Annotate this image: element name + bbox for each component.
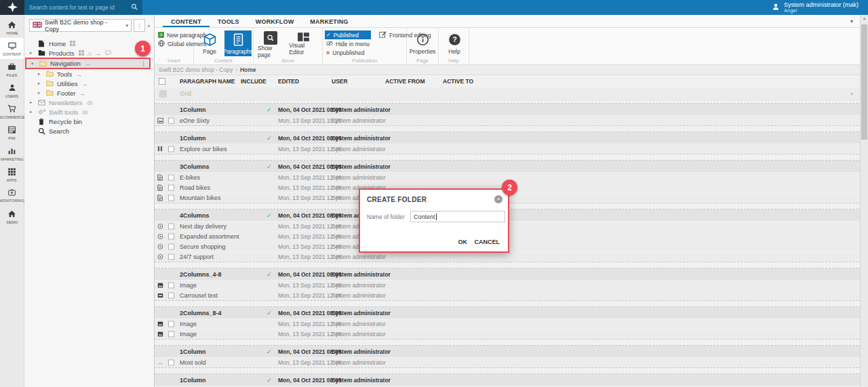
expand-arrow-icon[interactable]: ▾ (31, 61, 39, 66)
chevron-down-icon[interactable]: ▾ (850, 91, 853, 97)
header-active-from[interactable]: ACTIVE FROM (385, 78, 425, 85)
scrollbar-thumb[interactable] (861, 24, 867, 140)
tab-content[interactable]: CONTENT (163, 16, 210, 27)
expand-arrow-icon[interactable]: ▸ (38, 90, 46, 96)
paragraph-row[interactable]: 24/7 supportMon, 13 Sep 2021 12:48System… (155, 252, 868, 262)
tree-item-search[interactable]: Search (24, 126, 154, 136)
paragraph-group-header[interactable]: 2Columns_8-4✓Mon, 04 Oct 2021 08:05Syste… (155, 307, 868, 319)
row-checkbox[interactable] (168, 118, 174, 124)
user-menu[interactable]: System administrator (mak) Angel (772, 0, 868, 15)
sidebar-item-users[interactable]: USERS (0, 80, 24, 101)
paragraph-row[interactable]: Carrousel textMon, 13 Sep 2021 12:48Syst… (155, 291, 868, 300)
header-paragraph-name[interactable]: PARAGRAPH NAME (180, 78, 235, 85)
sidebar-item-pim[interactable]: PIM (0, 122, 24, 143)
tab-workflow[interactable]: WORKFLOW (248, 16, 302, 27)
sidebar-item-content[interactable]: CONTENT (0, 38, 24, 59)
row-checkbox[interactable] (168, 146, 174, 152)
tree-item-navigation[interactable]: ▾Navigation↔⋮ (25, 58, 151, 69)
row-checkbox[interactable] (168, 234, 174, 240)
breadcrumb-site[interactable]: Swift B2C demo shop - Copy (159, 66, 233, 73)
grid-row[interactable]: Grid ▾ (155, 87, 868, 100)
sidebar-item-home[interactable]: HOME (0, 17, 24, 38)
page-button[interactable]: Page (196, 30, 223, 56)
paragraph-row[interactable]: Secure shoppingMon, 13 Sep 2021 12:48Sys… (155, 242, 868, 251)
row-checkbox[interactable] (168, 175, 174, 181)
search-icon[interactable] (131, 3, 138, 12)
sidebar-item-marketing[interactable]: MARKETING (0, 143, 24, 164)
scroll-up-arrow[interactable]: ▲ (861, 16, 868, 20)
header-edited[interactable]: EDITED (278, 78, 299, 85)
row-checkbox[interactable] (168, 185, 174, 191)
paragraph-group-header[interactable]: 1Column✓Mon, 04 Oct 2021 08:05System adm… (155, 132, 868, 144)
select-all-checkbox[interactable] (159, 78, 165, 85)
paragraph-group-header[interactable]: 1Column✓Mon, 04 Oct 2021 08:05System adm… (155, 346, 868, 357)
help-button[interactable]: ? Help (441, 30, 468, 56)
row-checkbox[interactable] (168, 224, 174, 230)
hide-in-menu-toggle[interactable]: Hide in menu (325, 39, 371, 48)
expand-arrow-icon[interactable]: ▸ (38, 81, 46, 86)
paragraph-group-header[interactable]: 4Columns✓Mon, 04 Oct 2021 08:05System ad… (155, 209, 868, 221)
paragraph-row[interactable]: ImageMon, 13 Sep 2021 12:48System admini… (155, 329, 868, 339)
paragraph-group-header[interactable]: 1Column✓Mon, 04 Oct 2021 08:05System adm… (155, 374, 868, 386)
item-options-kebab-icon[interactable]: ⋮ (140, 60, 146, 67)
site-options-kebab-button[interactable]: ⋮ (134, 19, 145, 32)
vertical-scrollbar[interactable]: ▲ (860, 15, 868, 387)
properties-button[interactable]: Properties (409, 30, 436, 56)
sidebar-item-files[interactable]: FILES (0, 59, 24, 80)
header-user[interactable]: USER (332, 78, 348, 85)
header-include[interactable]: INCLUDE (241, 78, 267, 85)
cancel-button[interactable]: CANCEL (475, 239, 500, 245)
show-page-button[interactable]: Show page (256, 30, 285, 56)
paragraph-row[interactable]: Next day deliveryMon, 13 Sep 2021 12:48S… (155, 222, 868, 231)
paragraph-group-header[interactable]: 1Column✓Mon, 04 Oct 2021 08:05System adm… (155, 104, 868, 115)
tree-item-utilities[interactable]: ▸Utilities↔ (24, 79, 154, 88)
app-logo[interactable] (0, 0, 24, 15)
visual-editor-button[interactable]: Visual Editor (287, 30, 320, 56)
row-checkbox[interactable] (168, 360, 174, 366)
close-icon[interactable]: × (494, 195, 502, 203)
tree-item-tools[interactable]: ▸Tools↔ (24, 69, 154, 79)
paragraph-row[interactable]: eOne SixtyMon, 13 Sep 2021 15:25System a… (155, 116, 868, 125)
tree-item-footer[interactable]: ▸Footer↔ (24, 88, 154, 98)
sidebar-item-ecommerce[interactable]: ECOMMERCE (0, 101, 24, 122)
panel-collapse-icon[interactable]: ◂ (147, 23, 153, 28)
paragraph-row[interactable]: ImageMon, 13 Sep 2021 12:48System admini… (155, 319, 868, 329)
row-checkbox[interactable] (168, 195, 174, 201)
header-active-to[interactable]: ACTIVE TO (443, 78, 473, 85)
expand-arrow-icon[interactable]: ▸ (30, 100, 38, 105)
sidebar-item-apps[interactable]: APPS (0, 164, 24, 185)
tree-item-recycle-bin[interactable]: Recycle bin (24, 117, 154, 126)
row-checkbox[interactable] (168, 283, 174, 289)
row-checkbox[interactable] (168, 254, 174, 260)
paragraph-row[interactable]: ↔Most soldMon, 13 Sep 2021 12:48System a… (155, 358, 868, 367)
tree-item-swift-tools[interactable]: ▸Swift tools (24, 107, 154, 117)
paragraph-row[interactable]: ImageMon, 13 Sep 2021 12:48System admini… (155, 281, 868, 290)
paragraph-row[interactable]: Expanded assortmentMon, 13 Sep 2021 12:4… (155, 232, 868, 241)
expand-arrow-icon[interactable]: ▸ (38, 71, 46, 77)
expand-arrow-icon[interactable]: ▸ (30, 50, 38, 56)
site-selector-dropdown[interactable]: Swift B2C demo shop - Copy ▾ (29, 19, 132, 32)
published-toggle[interactable]: ✓ Published (325, 30, 371, 39)
breadcrumb-page[interactable]: Home (240, 66, 256, 73)
tree-item-newsletters[interactable]: ▸Newsletters (24, 98, 154, 107)
tab-marketing[interactable]: MARKETING (302, 16, 356, 27)
new-paragraph-button[interactable]: + New paragraph (157, 30, 191, 39)
paragraphs-button[interactable]: Paragraphs (224, 30, 252, 56)
unpublished-toggle[interactable]: × Unpublished (325, 48, 371, 57)
search-input[interactable] (29, 4, 128, 11)
ribbon-collapse-icon[interactable]: ▾ (850, 18, 853, 24)
ok-button[interactable]: OK (458, 239, 468, 245)
row-checkbox[interactable] (168, 321, 174, 327)
sidebar-item-demo[interactable]: DEMO (0, 206, 24, 227)
sidebar-item-monitoring[interactable]: MONITORING (0, 185, 24, 206)
row-checkbox[interactable] (168, 293, 174, 299)
row-checkbox[interactable] (168, 244, 174, 250)
paragraph-group-header[interactable]: 2Columns_4-8✓Mon, 04 Oct 2021 08:05Syste… (155, 268, 868, 280)
folder-name-input[interactable]: Content (410, 211, 505, 222)
tab-tools[interactable]: TOOLS (210, 16, 248, 27)
paragraph-row[interactable]: HExplore our bikesMon, 13 Sep 2021 12:48… (155, 144, 868, 154)
expand-arrow-icon[interactable]: ▸ (30, 109, 38, 115)
paragraph-group-header[interactable]: 3Columns✓Mon, 04 Oct 2021 08:05System ad… (155, 161, 868, 172)
global-element-button[interactable]: Global element (157, 39, 191, 48)
row-checkbox[interactable] (168, 331, 174, 338)
